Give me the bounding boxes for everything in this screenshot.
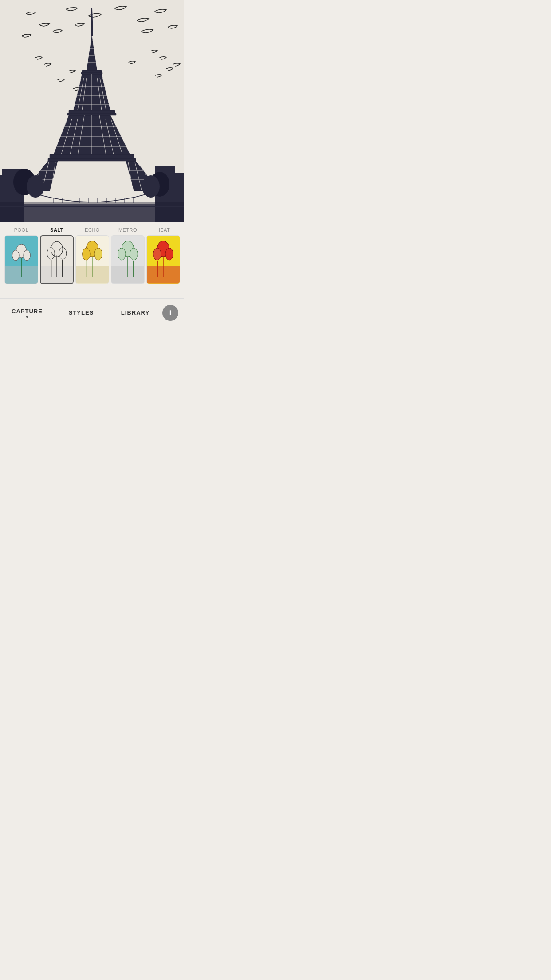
svg-point-95 <box>94 248 102 260</box>
nav-item-library[interactable]: LIBRARY <box>108 309 162 316</box>
nav-item-capture[interactable]: CAPTURE <box>0 308 54 318</box>
main-canvas <box>0 0 184 222</box>
svg-point-102 <box>118 248 126 260</box>
style-label-metro: METRO <box>118 227 137 233</box>
style-strip: POOL SALT <box>0 222 184 298</box>
style-item-heat[interactable]: HEAT <box>146 227 181 284</box>
style-item-salt[interactable]: SALT <box>39 227 75 284</box>
svg-point-79 <box>24 250 31 261</box>
bottom-nav: CAPTURE STYLES LIBRARY i <box>0 298 184 327</box>
info-button[interactable]: i <box>162 305 178 321</box>
eiffel-tower-sketch <box>0 0 184 222</box>
style-label-echo: ECHO <box>85 227 100 233</box>
style-item-pool[interactable]: POOL <box>4 227 39 284</box>
svg-rect-24 <box>67 113 116 115</box>
nav-label-styles: STYLES <box>69 309 94 316</box>
svg-point-94 <box>83 248 91 260</box>
style-thumb-metro <box>111 235 145 284</box>
svg-point-55 <box>27 175 44 198</box>
svg-rect-11 <box>81 72 102 74</box>
style-thumb-heat <box>146 235 180 284</box>
svg-point-111 <box>165 248 173 260</box>
svg-point-110 <box>153 248 161 260</box>
svg-rect-39 <box>48 158 136 161</box>
style-thumbnails: POOL SALT <box>0 227 184 284</box>
style-thumb-pool <box>4 235 38 284</box>
svg-point-78 <box>12 250 20 261</box>
style-item-metro[interactable]: METRO <box>110 227 146 284</box>
style-label-pool: POOL <box>14 227 29 233</box>
style-label-salt: SALT <box>50 227 63 233</box>
style-label-heat: HEAT <box>157 227 170 233</box>
style-item-echo[interactable]: ECHO <box>75 227 110 284</box>
nav-item-styles[interactable]: STYLES <box>54 309 108 316</box>
svg-rect-61 <box>0 202 184 222</box>
style-thumb-echo <box>75 235 109 284</box>
style-thumb-salt <box>40 235 74 284</box>
nav-label-capture: CAPTURE <box>12 308 43 315</box>
svg-point-103 <box>130 248 138 260</box>
nav-label-library: LIBRARY <box>121 309 150 316</box>
svg-point-59 <box>142 175 160 198</box>
nav-dot-capture <box>26 316 28 318</box>
